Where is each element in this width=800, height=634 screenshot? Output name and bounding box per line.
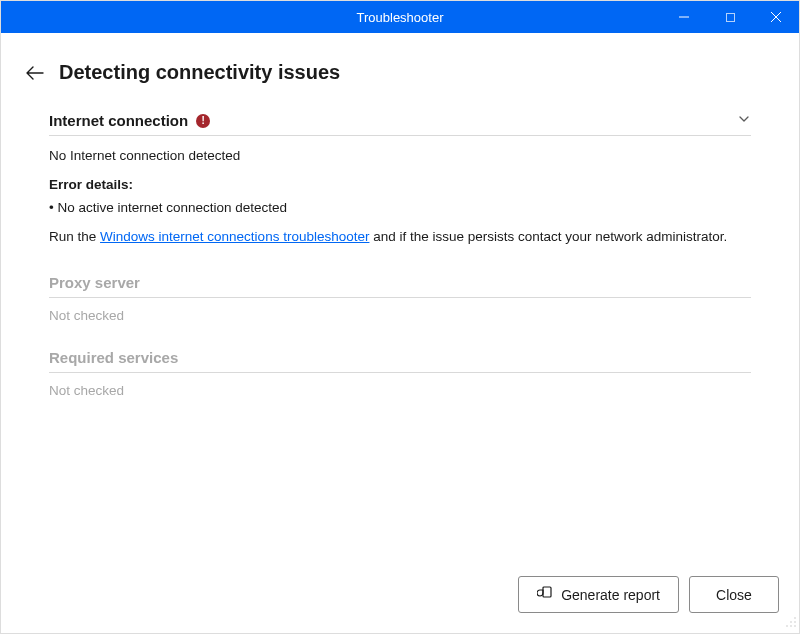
maximize-button[interactable] (707, 1, 753, 33)
svg-point-7 (794, 621, 796, 623)
run-troubleshooter-sentence: Run the Windows internet connections tro… (49, 227, 751, 248)
sections-panel: Internet connection ! No Internet connec… (19, 112, 781, 398)
report-icon (537, 585, 553, 604)
section-required-services: Required services Not checked (49, 349, 751, 398)
proxy-status: Not checked (49, 308, 751, 323)
resize-grip-icon[interactable] (785, 615, 797, 631)
section-header-services[interactable]: Required services (49, 349, 751, 373)
section-header-internet[interactable]: Internet connection ! (49, 112, 751, 136)
run-prefix: Run the (49, 229, 100, 244)
window-controls (661, 1, 799, 33)
close-button[interactable]: Close (689, 576, 779, 613)
error-details-label: Error details: (49, 175, 751, 196)
internet-summary: No Internet connection detected (49, 146, 751, 167)
page-title: Detecting connectivity issues (59, 61, 340, 84)
svg-rect-4 (543, 587, 551, 597)
window-title: Troubleshooter (357, 10, 444, 25)
windows-troubleshooter-link[interactable]: Windows internet connections troubleshoo… (100, 229, 369, 244)
section-title-internet: Internet connection (49, 112, 188, 129)
section-title-proxy: Proxy server (49, 274, 140, 291)
section-header-proxy[interactable]: Proxy server (49, 274, 751, 298)
generate-report-button[interactable]: Generate report (518, 576, 679, 613)
page-header: Detecting connectivity issues (19, 61, 781, 84)
section-title-services: Required services (49, 349, 178, 366)
run-suffix: and if the issue persists contact your n… (369, 229, 727, 244)
svg-point-5 (794, 617, 796, 619)
section-body-internet: No Internet connection detected Error de… (49, 136, 751, 248)
generate-report-label: Generate report (561, 587, 660, 603)
section-proxy-server: Proxy server Not checked (49, 274, 751, 323)
svg-rect-1 (726, 13, 734, 21)
services-status: Not checked (49, 383, 751, 398)
chevron-down-icon[interactable] (737, 112, 751, 129)
minimize-button[interactable] (661, 1, 707, 33)
svg-point-8 (786, 625, 788, 627)
titlebar: Troubleshooter (1, 1, 799, 33)
section-internet-connection: Internet connection ! No Internet connec… (49, 112, 751, 248)
back-arrow-icon[interactable] (25, 63, 45, 83)
footer-actions: Generate report Close (518, 576, 779, 613)
svg-point-10 (794, 625, 796, 627)
close-label: Close (716, 587, 752, 603)
error-badge-icon: ! (196, 114, 210, 128)
content-area: Detecting connectivity issues Internet c… (1, 33, 799, 398)
svg-point-9 (790, 625, 792, 627)
close-window-button[interactable] (753, 1, 799, 33)
error-bullet-1: • No active internet connection detected (49, 198, 751, 219)
svg-point-6 (790, 621, 792, 623)
